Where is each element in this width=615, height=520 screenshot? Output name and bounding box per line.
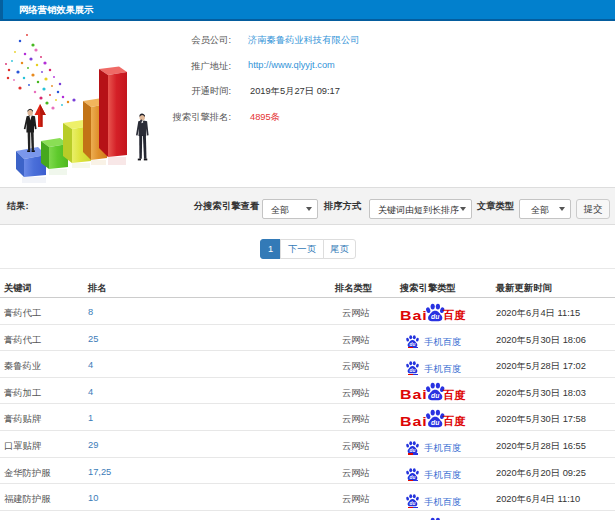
svg-text:du: du — [431, 313, 440, 320]
svg-text:du: du — [410, 368, 416, 373]
svg-text:du: du — [410, 342, 416, 347]
svg-text:du: du — [410, 448, 416, 453]
svg-text:du: du — [410, 501, 416, 506]
svg-text:du: du — [410, 475, 416, 480]
svg-text:du: du — [431, 392, 440, 399]
svg-text:du: du — [431, 419, 440, 426]
